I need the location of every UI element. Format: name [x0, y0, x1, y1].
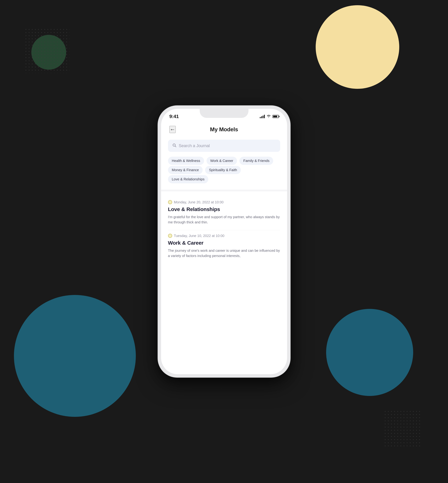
section-divider	[161, 190, 287, 191]
bg-dots-topleft	[24, 28, 70, 73]
signal-icon	[260, 115, 265, 118]
entry-excerpt-2: The journey of one's work and career is …	[168, 248, 280, 258]
svg-line-1	[175, 146, 176, 147]
tag-health-wellness[interactable]: Health & Wellness	[168, 157, 204, 165]
entry-dot-icon-1	[168, 200, 172, 204]
journal-entry-1[interactable]: Monday, June 20, 2022 at 10:00 Love & Re…	[168, 197, 280, 230]
page-title: My Models	[210, 126, 238, 133]
entry-title-2: Work & Career	[168, 240, 280, 246]
tags-row-2: Money & Finance Spirituality & Faith	[168, 166, 280, 174]
entry-dot-icon-2	[168, 234, 172, 238]
entry-meta-1: Monday, June 20, 2022 at 10:00	[168, 200, 280, 204]
entry-excerpt-1: I'm grateful for the love and support of…	[168, 214, 280, 225]
bg-blue-circle-right	[326, 309, 413, 396]
entry-title-1: Love & Relationships	[168, 206, 280, 212]
tags-row-3: Love & Relationships	[168, 175, 280, 183]
tags-row-1: Health & Wellness Work & Career Family &…	[168, 157, 280, 165]
phone-notch	[200, 109, 248, 118]
entry-date-2: Tuesday, June 10, 2022 at 10:00	[174, 234, 224, 238]
phone-device: 9:41	[158, 106, 290, 377]
search-section: Search a Journal	[161, 136, 287, 155]
bg-dots-bottomright	[384, 410, 422, 448]
status-time: 9:41	[169, 114, 179, 119]
screen-content: ← My Models Search a Journal	[161, 121, 287, 374]
status-icons	[260, 114, 279, 119]
journal-entry-2[interactable]: Tuesday, June 10, 2022 at 10:00 Work & C…	[168, 230, 280, 264]
back-button[interactable]: ←	[169, 126, 176, 133]
entry-meta-2: Tuesday, June 10, 2022 at 10:00	[168, 234, 280, 238]
tags-section: Health & Wellness Work & Career Family &…	[161, 155, 287, 188]
phone-screen: 9:41	[161, 109, 287, 374]
tag-work-career[interactable]: Work & Career	[207, 157, 237, 165]
search-icon	[172, 143, 176, 148]
entry-date-1: Monday, June 20, 2022 at 10:00	[174, 200, 224, 204]
search-placeholder: Search a Journal	[179, 143, 210, 148]
page-header: ← My Models	[161, 123, 287, 136]
battery-icon	[272, 115, 279, 118]
tag-spirituality-faith[interactable]: Spirituality & Faith	[205, 166, 241, 174]
phone-outer-shell: 9:41	[158, 106, 290, 377]
entries-section: Monday, June 20, 2022 at 10:00 Love & Re…	[161, 193, 287, 267]
bg-blue-circle-large	[14, 295, 136, 417]
tag-money-finance[interactable]: Money & Finance	[168, 166, 203, 174]
tag-family-friends[interactable]: Family & Friends	[240, 157, 273, 165]
tag-love-relationships[interactable]: Love & Relationships	[168, 175, 208, 183]
search-bar[interactable]: Search a Journal	[168, 140, 280, 152]
bg-yellow-circle	[316, 5, 399, 89]
wifi-icon	[267, 114, 271, 119]
